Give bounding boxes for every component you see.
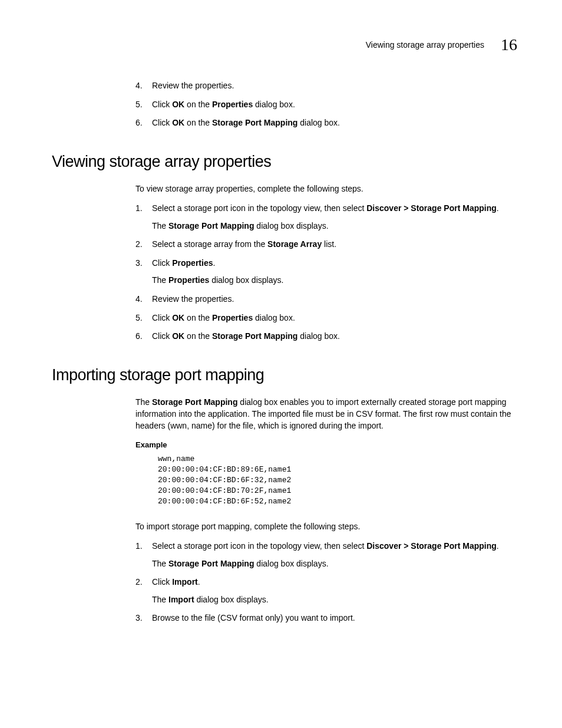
step-number: 5. (135, 99, 143, 111)
text-run: Properties (168, 275, 209, 285)
step-number: 2. (135, 577, 143, 588)
step-body: Click OK on the Properties dialog box. (152, 100, 295, 109)
step-body: Select a storage port icon in the topolo… (152, 541, 499, 551)
step-item: 1.Select a storage port icon in the topo… (135, 541, 517, 569)
text-run: Storage Port Mapping (212, 331, 297, 341)
text-run: Click (152, 258, 172, 268)
step-item: 6.Click OK on the Storage Port Mapping d… (135, 117, 517, 129)
text-run: The (152, 559, 168, 568)
text-run: dialog box. (297, 331, 340, 341)
text-run: Click (152, 577, 172, 587)
section2-steps-list: 1.Select a storage port icon in the topo… (135, 541, 517, 624)
text-run: Properties (212, 100, 253, 109)
section-heading-viewing: Viewing storage array properties (52, 153, 517, 171)
step-item: 4.Review the properties. (135, 80, 517, 92)
text-run: Select a storage array from the (152, 239, 267, 249)
text-run: . (198, 577, 200, 587)
step-number: 3. (135, 612, 143, 624)
text-run: . (213, 258, 215, 268)
section-heading-importing: Importing storage port mapping (52, 366, 517, 384)
text-run: The (152, 595, 168, 604)
step-sub: The Properties dialog box displays. (152, 275, 517, 286)
text-run: The (152, 275, 168, 285)
text-run: Import (168, 595, 194, 604)
text-run: Review the properties. (152, 81, 234, 90)
chapter-number: 16 (501, 35, 517, 54)
text-run: OK (172, 313, 184, 322)
text-run: on the (184, 313, 212, 322)
text-run: Click (152, 100, 172, 109)
text-run: dialog box displays. (209, 275, 283, 285)
text-run: To import storage port mapping, complete… (135, 522, 360, 531)
text-run: dialog box. (253, 100, 295, 109)
text-run: Storage Array (267, 239, 322, 249)
top-steps-list: 4.Review the properties.5.Click OK on th… (135, 80, 517, 129)
step-body: Select a storage array from the Storage … (152, 239, 336, 249)
text-run: dialog box displays. (254, 221, 328, 230)
step-number: 3. (135, 258, 143, 269)
step-item: 2.Click Import.The Import dialog box dis… (135, 577, 517, 605)
step-number: 6. (135, 117, 143, 129)
step-sub: The Storage Port Mapping dialog box disp… (152, 220, 517, 232)
step-number: 1. (135, 203, 143, 215)
section1-steps-list: 1.Select a storage port icon in the topo… (135, 203, 517, 342)
text-run: Click (152, 313, 172, 322)
text-run: Click (152, 331, 172, 341)
page-header: Viewing storage array properties 16 (366, 35, 517, 54)
text-run: Storage Port Mapping (212, 118, 297, 127)
step-body: Review the properties. (152, 294, 234, 304)
step-number: 4. (135, 80, 143, 92)
text-run: To view storage array properties, comple… (135, 184, 363, 193)
step-number: 4. (135, 294, 143, 305)
text-run: The (135, 397, 152, 407)
page-content: 4.Review the properties.5.Click OK on th… (52, 80, 517, 631)
step-item: 5.Click OK on the Properties dialog box. (135, 99, 517, 111)
step-item: 6.Click OK on the Storage Port Mapping d… (135, 331, 517, 342)
text-run: Storage Port Mapping (152, 397, 237, 407)
step-body: Select a storage port icon in the topolo… (152, 203, 499, 213)
step-number: 2. (135, 239, 143, 251)
text-run: Properties (172, 258, 213, 268)
step-number: 6. (135, 331, 143, 342)
text-run: Select a storage port icon in the topolo… (152, 203, 366, 213)
step-body: Review the properties. (152, 81, 234, 90)
example-code-block: wwn,name 20:00:00:04:CF:BD:89:6E,name1 2… (158, 454, 517, 508)
section2-intro2: To import storage port mapping, complete… (135, 521, 517, 532)
step-number: 5. (135, 312, 143, 324)
text-run: The (152, 221, 168, 230)
step-item: 4.Review the properties. (135, 294, 517, 305)
step-item: 3.Click Properties.The Properties dialog… (135, 258, 517, 286)
text-run: Storage Port Mapping (168, 221, 254, 230)
step-body: Click OK on the Storage Port Mapping dia… (152, 118, 340, 127)
text-run: Properties (212, 313, 253, 322)
text-run: OK (172, 331, 184, 341)
text-run: Discover > Storage Port Mapping (366, 203, 497, 213)
text-run: dialog box. (253, 313, 295, 322)
text-run: Storage Port Mapping (168, 559, 254, 568)
text-run: Click (152, 118, 172, 127)
text-run: Select a storage port icon in the topolo… (152, 541, 366, 551)
section1-intro: To view storage array properties, comple… (135, 183, 517, 195)
text-run: on the (184, 331, 212, 341)
step-body: Click OK on the Properties dialog box. (152, 313, 295, 322)
text-run: Import (172, 577, 198, 587)
step-body: Browse to the file (CSV format only) you… (152, 613, 355, 622)
step-sub: The Storage Port Mapping dialog box disp… (152, 558, 517, 570)
step-number: 1. (135, 541, 143, 552)
text-run: Browse to the file (CSV format only) you… (152, 613, 355, 622)
text-run: Review the properties. (152, 294, 234, 304)
text-run: on the (184, 100, 212, 109)
section2-intro: The Storage Port Mapping dialog box enab… (135, 396, 517, 432)
step-body: Click OK on the Storage Port Mapping dia… (152, 331, 340, 341)
step-body: Click Properties. (152, 258, 215, 268)
running-title: Viewing storage array properties (366, 40, 484, 50)
text-run: list. (322, 239, 336, 249)
step-item: 5.Click OK on the Properties dialog box. (135, 312, 517, 324)
text-run: dialog box displays. (254, 559, 328, 568)
text-run: Discover > Storage Port Mapping (366, 541, 497, 551)
step-item: 3.Browse to the file (CSV format only) y… (135, 612, 517, 624)
text-run: on the (184, 118, 212, 127)
text-run: . (497, 203, 499, 213)
step-sub: The Import dialog box displays. (152, 594, 517, 606)
text-run: . (497, 541, 499, 551)
